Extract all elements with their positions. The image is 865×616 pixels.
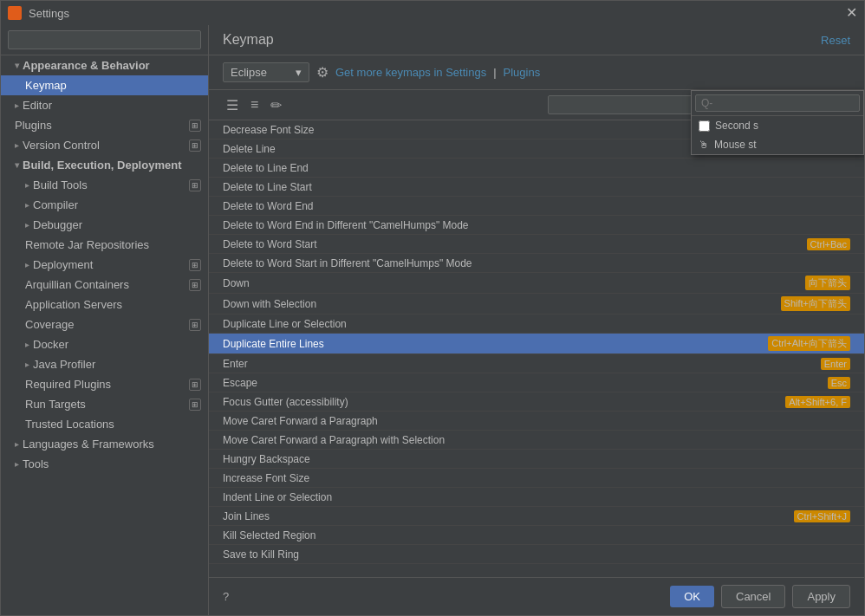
sidebar-item-label: Debugger — [33, 218, 82, 231]
badge-icon: ⊞ — [189, 319, 201, 331]
badge-icon: ⊞ — [189, 139, 201, 152]
expand-all-icon[interactable]: ≡ — [247, 95, 262, 114]
table-row[interactable]: Duplicate Line or Selection — [209, 314, 864, 334]
expand-arrow-icon: ▸ — [25, 360, 29, 369]
row-name: Indent Line or Selection — [223, 491, 850, 503]
row-name: Kill Selected Region — [223, 529, 850, 541]
sidebar-item-label: Build Tools — [33, 178, 88, 191]
get-more-keymaps-link[interactable]: Get more keymaps in Settings — [335, 66, 486, 79]
table-row[interactable]: Focus Gutter (accessibility) Alt+Shift+6… — [209, 392, 864, 412]
sidebar-items-list: ▾ Appearance & Behavior Keymap ▸ Editor … — [1, 55, 208, 615]
help-icon[interactable]: ? — [223, 590, 229, 603]
sidebar-item-remote-jar-repositories[interactable]: Remote Jar Repositories — [1, 235, 208, 255]
expand-arrow-icon: ▸ — [25, 220, 29, 230]
table-row[interactable]: Delete to Line End — [209, 159, 864, 178]
sidebar-item-debugger[interactable]: ▸ Debugger — [1, 215, 208, 235]
filter-popup: Second s 🖱 Mouse st — [691, 90, 864, 155]
shortcut-badge: Shift+向下箭头 — [781, 296, 850, 311]
table-row[interactable]: Indent Line or Selection — [209, 488, 864, 507]
close-button[interactable]: ✕ — [846, 6, 857, 20]
sidebar-item-docker[interactable]: ▸ Docker — [1, 334, 208, 354]
sidebar-item-deployment[interactable]: ▸ Deployment ⊞ — [1, 255, 208, 275]
table-row[interactable]: Delete to Word Start in Different "Camel… — [209, 254, 864, 273]
shortcut-badge: Enter — [821, 358, 850, 370]
toolbar-row: ☰ ≡ ✏ 🔍 Second s 🖱 M — [209, 90, 864, 120]
popup-search-input[interactable] — [695, 94, 860, 112]
sidebar-item-label: Arquillian Containers — [25, 278, 129, 291]
keymap-scheme-label: Eclipse — [231, 66, 267, 79]
sidebar-item-label: Application Servers — [25, 298, 122, 311]
sidebar-item-version-control[interactable]: ▸ Version Control ⊞ — [1, 135, 208, 155]
sidebar-item-tools[interactable]: ▸ Tools — [1, 454, 208, 474]
sidebar-item-compiler[interactable]: ▸ Compiler — [1, 195, 208, 215]
sidebar-item-label: Coverage — [25, 318, 74, 331]
ok-button[interactable]: OK — [670, 586, 714, 607]
table-row[interactable]: Delete to Word End — [209, 197, 864, 216]
settings-window: Settings ✕ ▾ Appearance & Behavior Keyma… — [0, 0, 865, 616]
sidebar-item-label: Compiler — [33, 198, 78, 211]
table-row[interactable]: Increase Font Size — [209, 469, 864, 488]
expand-arrow-icon: ▸ — [25, 340, 29, 349]
table-row[interactable]: Delete to Line Start — [209, 178, 864, 197]
row-name: Join Lines — [223, 510, 794, 522]
sidebar-item-run-targets[interactable]: Run Targets ⊞ — [1, 394, 208, 414]
edit-icon[interactable]: ✏ — [267, 95, 285, 115]
popup-item-second-s: Second s — [692, 116, 863, 135]
table-row[interactable]: Move Caret Forward a Paragraph with Sele… — [209, 431, 864, 450]
sidebar-item-build-tools[interactable]: ▸ Build Tools ⊞ — [1, 175, 208, 195]
keymap-scheme-dropdown[interactable]: Eclipse ▾ — [223, 62, 309, 82]
badge-icon: ⊞ — [189, 379, 201, 391]
bottom-bar: ? OK Cancel Apply — [209, 577, 864, 615]
table-row[interactable]: Down with Selection Shift+向下箭头 — [209, 294, 864, 314]
row-name: Down with Selection — [223, 298, 781, 310]
sidebar-item-build-execution-deployment[interactable]: ▾ Build, Execution, Deployment — [1, 155, 208, 175]
expand-arrow-icon: ▸ — [15, 101, 19, 110]
sidebar-item-appearance-behavior[interactable]: ▾ Appearance & Behavior — [1, 55, 208, 75]
expand-arrow-icon: ▾ — [15, 61, 19, 70]
sidebar-item-trusted-locations[interactable]: Trusted Locations — [1, 414, 208, 434]
table-row[interactable]: Kill Selected Region — [209, 526, 864, 545]
sidebar-item-languages-frameworks[interactable]: ▸ Languages & Frameworks — [1, 434, 208, 454]
table-row[interactable]: Move Caret Forward a Paragraph — [209, 412, 864, 431]
expand-arrow-icon: ▸ — [15, 140, 19, 150]
collapse-all-icon[interactable]: ☰ — [223, 95, 242, 115]
badge-icon: ⊞ — [189, 179, 201, 191]
table-row[interactable]: Delete to Word Start Ctrl+Bac — [209, 235, 864, 254]
plugins-link[interactable]: Plugins — [504, 66, 541, 79]
sidebar-item-label: Trusted Locations — [25, 418, 114, 431]
table-row[interactable]: Hungry Backspace — [209, 450, 864, 469]
sidebar-item-arquillian-containers[interactable]: Arquillian Containers ⊞ — [1, 275, 208, 295]
second-s-checkbox[interactable] — [699, 120, 710, 132]
keymap-controls: Eclipse ▾ ⚙ Get more keymaps in Settings… — [209, 55, 864, 90]
table-row[interactable]: Delete to Word End in Different "CamelHu… — [209, 216, 864, 235]
sidebar-item-label: Version Control — [23, 139, 100, 152]
shortcut-badge: Alt+Shift+6, F — [785, 396, 850, 408]
sidebar-item-java-profiler[interactable]: ▸ Java Profiler — [1, 354, 208, 374]
table-row[interactable]: Down 向下箭头 — [209, 273, 864, 294]
row-name: Escape — [223, 377, 828, 389]
sidebar-item-coverage[interactable]: Coverage ⊞ — [1, 314, 208, 334]
sidebar-item-required-plugins[interactable]: Required Plugins ⊞ — [1, 374, 208, 394]
sidebar-item-keymap[interactable]: Keymap — [1, 75, 208, 95]
sidebar-search-input[interactable] — [8, 30, 201, 49]
gear-icon[interactable]: ⚙ — [316, 64, 328, 81]
sidebar-item-editor[interactable]: ▸ Editor — [1, 95, 208, 115]
table-row-selected[interactable]: Duplicate Entire Lines Ctrl+Alt+向下箭头 — [209, 334, 864, 354]
table-row[interactable]: Join Lines Ctrl+Shift+J — [209, 507, 864, 526]
popup-item-label: Second s — [715, 120, 758, 132]
cancel-button[interactable]: Cancel — [721, 585, 785, 608]
dropdown-arrow-icon: ▾ — [296, 66, 302, 79]
reset-button[interactable]: Reset — [821, 34, 850, 47]
window-title: Settings — [29, 7, 69, 20]
sidebar-item-application-servers[interactable]: Application Servers — [1, 295, 208, 314]
shortcut-badge: 向下箭头 — [805, 276, 850, 290]
table-row[interactable]: Save to Kill Ring — [209, 545, 864, 564]
shortcut-badge: Ctrl+Shift+J — [794, 510, 850, 522]
sidebar-item-label: Tools — [23, 457, 49, 470]
sidebar-item-label: Run Targets — [25, 398, 86, 411]
mouse-icon: 🖱 — [699, 139, 709, 151]
sidebar-item-plugins[interactable]: Plugins ⊞ — [1, 115, 208, 135]
table-row[interactable]: Enter Enter — [209, 354, 864, 373]
table-row[interactable]: Escape Esc — [209, 373, 864, 392]
apply-button[interactable]: Apply — [792, 585, 850, 608]
